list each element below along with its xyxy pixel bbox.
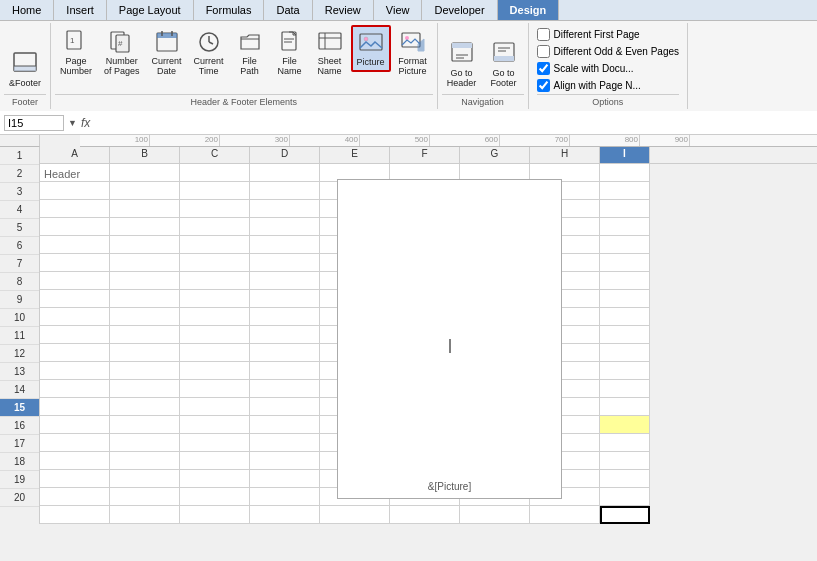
row-header-16[interactable]: 16: [0, 417, 39, 435]
cell-F20[interactable]: [390, 506, 460, 524]
cell-D1[interactable]: [250, 164, 320, 182]
cell-B18[interactable]: [110, 470, 180, 488]
cell-I5[interactable]: [600, 236, 650, 254]
cell-D7[interactable]: [250, 272, 320, 290]
go-to-footer-button[interactable]: Go toFooter: [484, 37, 524, 92]
row-header-10[interactable]: 10: [0, 309, 39, 327]
col-header-D[interactable]: D: [250, 147, 320, 163]
cell-C6[interactable]: [180, 254, 250, 272]
cell-A3[interactable]: [40, 200, 110, 218]
cell-C10[interactable]: [180, 326, 250, 344]
cell-B15[interactable]: [110, 416, 180, 434]
row-header-15[interactable]: 15: [0, 399, 39, 417]
cell-D5[interactable]: [250, 236, 320, 254]
row-header-5[interactable]: 5: [0, 219, 39, 237]
cell-E20[interactable]: [320, 506, 390, 524]
row-header-3[interactable]: 3: [0, 183, 39, 201]
cell-A9[interactable]: [40, 308, 110, 326]
cell-C15[interactable]: [180, 416, 250, 434]
cell-D17[interactable]: [250, 452, 320, 470]
row-header-12[interactable]: 12: [0, 345, 39, 363]
cell-B7[interactable]: [110, 272, 180, 290]
cell-I4[interactable]: [600, 218, 650, 236]
row-header-18[interactable]: 18: [0, 453, 39, 471]
cell-C14[interactable]: [180, 398, 250, 416]
col-header-I[interactable]: I: [600, 147, 650, 163]
cell-I15[interactable]: [600, 416, 650, 434]
option-scale-doc[interactable]: Scale with Docu...: [537, 62, 679, 75]
tab-design[interactable]: Design: [498, 0, 560, 20]
col-header-C[interactable]: C: [180, 147, 250, 163]
cell-A17[interactable]: [40, 452, 110, 470]
go-to-header-button[interactable]: Go toHeader: [442, 37, 482, 92]
cell-C16[interactable]: [180, 434, 250, 452]
cell-A7[interactable]: [40, 272, 110, 290]
cell-A13[interactable]: [40, 380, 110, 398]
cell-B2[interactable]: [110, 182, 180, 200]
tab-home[interactable]: Home: [0, 0, 54, 20]
cell-I14[interactable]: [600, 398, 650, 416]
cell-I13[interactable]: [600, 380, 650, 398]
cell-I9[interactable]: [600, 308, 650, 326]
cell-C3[interactable]: [180, 200, 250, 218]
cell-I7[interactable]: [600, 272, 650, 290]
cell-C4[interactable]: [180, 218, 250, 236]
cell-D19[interactable]: [250, 488, 320, 506]
cell-B3[interactable]: [110, 200, 180, 218]
cell-C2[interactable]: [180, 182, 250, 200]
cell-B10[interactable]: [110, 326, 180, 344]
cell-A20[interactable]: [40, 506, 110, 524]
picture-button[interactable]: Picture: [351, 25, 391, 72]
cell-A4[interactable]: [40, 218, 110, 236]
row-header-6[interactable]: 6: [0, 237, 39, 255]
col-header-E[interactable]: E: [320, 147, 390, 163]
cell-I16[interactable]: [600, 434, 650, 452]
cell-I3[interactable]: [600, 200, 650, 218]
cell-A5[interactable]: [40, 236, 110, 254]
cell-H20[interactable]: [530, 506, 600, 524]
cell-D4[interactable]: [250, 218, 320, 236]
cell-B17[interactable]: [110, 452, 180, 470]
row-header-20[interactable]: 20: [0, 489, 39, 507]
cell-B11[interactable]: [110, 344, 180, 362]
current-date-button[interactable]: CurrentDate: [147, 25, 187, 80]
cell-B9[interactable]: [110, 308, 180, 326]
number-of-pages-button[interactable]: # Numberof Pages: [99, 25, 145, 80]
cell-D3[interactable]: [250, 200, 320, 218]
row-header-14[interactable]: 14: [0, 381, 39, 399]
file-name-button[interactable]: FileName: [271, 25, 309, 80]
cell-I20[interactable]: [600, 506, 650, 524]
cell-G20[interactable]: [460, 506, 530, 524]
cell-C18[interactable]: [180, 470, 250, 488]
cell-C20[interactable]: [180, 506, 250, 524]
cell-I18[interactable]: [600, 470, 650, 488]
cell-D15[interactable]: [250, 416, 320, 434]
cell-D10[interactable]: [250, 326, 320, 344]
cell-D9[interactable]: [250, 308, 320, 326]
cell-A2[interactable]: [40, 182, 110, 200]
cell-C11[interactable]: [180, 344, 250, 362]
cell-I1[interactable]: [600, 164, 650, 182]
cell-I6[interactable]: [600, 254, 650, 272]
cell-C9[interactable]: [180, 308, 250, 326]
cell-B1[interactable]: [110, 164, 180, 182]
cell-D16[interactable]: [250, 434, 320, 452]
format-picture-button[interactable]: FormatPicture: [393, 25, 433, 80]
cell-B20[interactable]: [110, 506, 180, 524]
sheet-name-button[interactable]: SheetName: [311, 25, 349, 80]
row-header-13[interactable]: 13: [0, 363, 39, 381]
cell-D14[interactable]: [250, 398, 320, 416]
file-path-button[interactable]: FilePath: [231, 25, 269, 80]
option-align-margins[interactable]: Align with Page N...: [537, 79, 679, 92]
option-diff-first[interactable]: Different First Page: [537, 28, 679, 41]
cell-B4[interactable]: [110, 218, 180, 236]
cell-D18[interactable]: [250, 470, 320, 488]
row-header-2[interactable]: 2: [0, 165, 39, 183]
cell-I11[interactable]: [600, 344, 650, 362]
cell-B12[interactable]: [110, 362, 180, 380]
col-header-B[interactable]: B: [110, 147, 180, 163]
row-header-7[interactable]: 7: [0, 255, 39, 273]
cell-C17[interactable]: [180, 452, 250, 470]
cell-C1[interactable]: [180, 164, 250, 182]
row-header-11[interactable]: 11: [0, 327, 39, 345]
